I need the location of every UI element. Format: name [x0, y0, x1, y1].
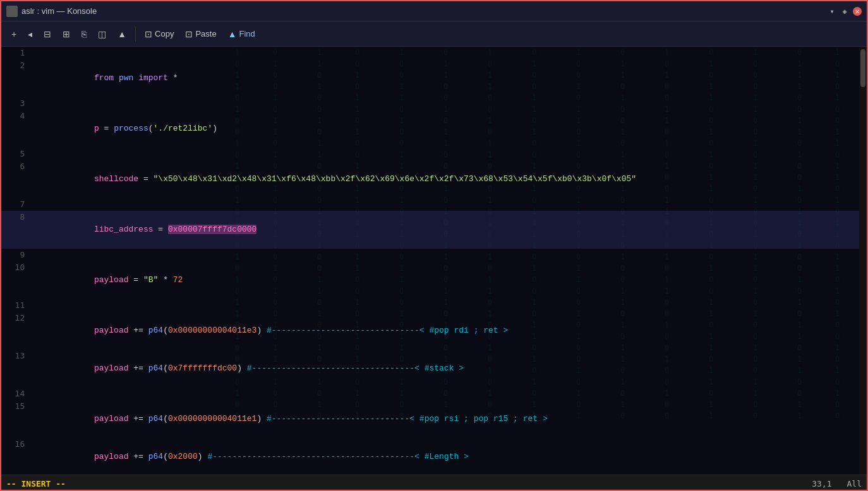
code-line — [32, 47, 867, 59]
split-h-icon: ⊟ — [44, 29, 51, 39]
cursor-position: 33,1 — [812, 479, 831, 488]
code-area[interactable]: 1 2 from pwn import * 3 4 — [1, 47, 867, 475]
vim-mode: -- INSERT -- — [6, 479, 66, 488]
code-table: 1 2 from pwn import * 3 4 — [1, 47, 867, 475]
table-row: 6 shellcode = "\x50\x48\x31\xd2\x48\x31\… — [1, 160, 867, 198]
code-line: payload += p64(0x00000000004011e3) #----… — [32, 312, 867, 350]
line-number: 5 — [1, 148, 32, 160]
table-row: 1 — [1, 47, 867, 59]
table-row: 13 payload += p64(0x7fffffffdc00) #-----… — [1, 350, 867, 387]
bookmark-button[interactable]: ▲ — [112, 27, 131, 42]
editor: 101101001011010100101011010010101 010010… — [1, 47, 867, 475]
code-line: payload = "B" * 72 — [32, 261, 867, 299]
line-number: 14 — [1, 387, 32, 400]
line-number: 9 — [1, 249, 32, 261]
copy-input-button[interactable]: ⎘ — [76, 27, 92, 42]
table-row: 10 payload = "B" * 72 — [1, 261, 867, 299]
line-number: 3 — [1, 97, 32, 110]
history-icon: ◫ — [98, 29, 106, 39]
table-row: 2 from pwn import * — [1, 59, 867, 97]
line-number: 11 — [1, 299, 32, 312]
copy-input-icon: ⎘ — [81, 29, 87, 39]
table-row: 5 — [1, 148, 867, 160]
copy-icon: ⊡ — [145, 29, 152, 39]
split-vertical-button[interactable]: ⊞ — [57, 27, 75, 42]
copy-button[interactable]: ⊡ Copy — [140, 27, 179, 42]
bookmark-icon: ▲ — [118, 29, 126, 39]
table-row: 3 — [1, 97, 867, 110]
table-row: 7 — [1, 198, 867, 211]
line-number: 15 — [1, 400, 32, 438]
scroll-thumb[interactable] — [860, 49, 865, 87]
table-row: 16 payload += p64(0x2000) #-------------… — [1, 438, 867, 475]
table-row: 14 — [1, 387, 867, 400]
dropdown-button[interactable]: ▾ — [828, 7, 836, 16]
history-button[interactable]: ◫ — [93, 27, 111, 42]
code-line — [32, 387, 867, 400]
toolbar-left: + ◂ ⊟ ⊞ ⎘ ◫ ▲ ⊡ Copy ⊡ Paste ▲ Fi — [6, 27, 260, 42]
window-controls: ▾ ◈ ✕ — [828, 7, 862, 16]
table-row: 8 libc_address = 0x00007ffff7dc0000 — [1, 211, 867, 249]
code-line: from pwn import * — [32, 59, 867, 97]
statusbar: -- INSERT -- 33,1 All — [1, 475, 867, 491]
paste-icon: ⊡ — [185, 29, 193, 39]
line-number: 10 — [1, 261, 32, 299]
paste-label: Paste — [195, 29, 216, 38]
paste-button[interactable]: ⊡ Paste — [180, 27, 221, 42]
back-button[interactable]: ◂ — [23, 27, 37, 42]
table-row: 9 — [1, 249, 867, 261]
code-line — [32, 299, 867, 312]
line-number: 7 — [1, 198, 32, 211]
pin-button[interactable]: ◈ — [840, 7, 849, 16]
back-icon: ◂ — [28, 29, 32, 39]
new-tab-button[interactable]: + — [6, 27, 21, 42]
line-number: 13 — [1, 350, 32, 387]
find-button[interactable]: ▲ Find — [223, 27, 260, 42]
line-number: 16 — [1, 438, 32, 475]
line-number: 1 — [1, 47, 32, 59]
line-number: 2 — [1, 59, 32, 97]
line-number: 12 — [1, 312, 32, 350]
line-number: 6 — [1, 160, 32, 198]
code-line: payload += p64(0x7fffffffdc00) #--------… — [32, 350, 867, 387]
code-line: payload += p64(0x00000000004011e1) #----… — [32, 400, 867, 438]
code-line — [32, 148, 867, 160]
app-icon — [6, 6, 18, 17]
table-row: 12 payload += p64(0x00000000004011e3) #-… — [1, 312, 867, 350]
table-row: 11 — [1, 299, 867, 312]
close-button[interactable]: ✕ — [853, 7, 862, 16]
find-label: Find — [239, 29, 255, 38]
copy-label: Copy — [155, 29, 174, 38]
code-line: payload += p64(0x2000) #----------------… — [32, 438, 867, 475]
status-right: 33,1 All — [812, 479, 862, 488]
code-line: p = process('./ret2libc') — [32, 110, 867, 148]
scroll-position: All — [847, 479, 862, 488]
code-line — [32, 97, 867, 110]
code-line — [32, 198, 867, 211]
separator — [135, 27, 136, 42]
toolbar: + ◂ ⊟ ⊞ ⎘ ◫ ▲ ⊡ Copy ⊡ Paste ▲ Fi — [1, 21, 867, 47]
scrollbar[interactable] — [859, 47, 867, 475]
table-row: 4 p = process('./ret2libc') — [1, 110, 867, 148]
find-icon: ▲ — [228, 29, 237, 39]
line-number: 4 — [1, 110, 32, 148]
split-v-icon: ⊞ — [63, 29, 70, 39]
window-title: aslr : vim — Konsole — [21, 6, 97, 16]
titlebar: aslr : vim — Konsole ▾ ◈ ✕ — [1, 1, 867, 21]
line-number: 8 — [1, 211, 32, 249]
code-line: libc_address = 0x00007ffff7dc0000 — [32, 211, 867, 249]
titlebar-left: aslr : vim — Konsole — [6, 6, 97, 17]
code-line — [32, 249, 867, 261]
split-horizontal-button[interactable]: ⊟ — [39, 27, 56, 42]
add-icon: + — [11, 29, 16, 39]
table-row: 15 payload += p64(0x00000000004011e1) #-… — [1, 400, 867, 438]
code-line: shellcode = "\x50\x48\x31\xd2\x48\x31\xf… — [32, 160, 867, 198]
